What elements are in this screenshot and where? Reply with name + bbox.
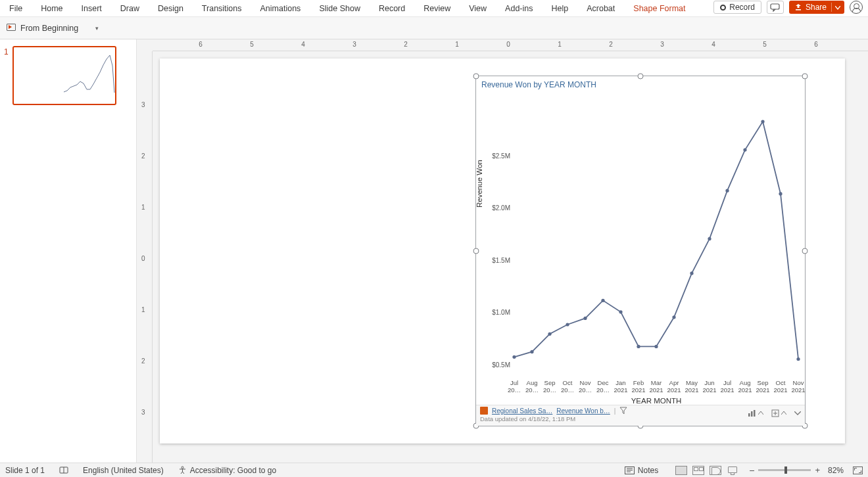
zoom-in-button[interactable]: + <box>815 465 820 475</box>
ribbon-tab-shape-format[interactable]: Shape Format <box>633 4 685 13</box>
svg-text:2021: 2021 <box>756 386 769 394</box>
zoom-out-button[interactable]: − <box>749 465 754 476</box>
zoom-slider[interactable] <box>758 469 811 471</box>
share-icon <box>794 3 802 11</box>
svg-point-18 <box>708 237 711 240</box>
chart-plot: $0.5M$1.0M$1.5M$2.0M$2.5MJul20…Aug20…Sep… <box>476 91 806 407</box>
svg-text:20…: 20… <box>596 386 610 394</box>
ribbon-tab-home[interactable]: Home <box>41 4 62 13</box>
svg-point-21 <box>761 120 764 123</box>
svg-text:2021: 2021 <box>773 386 787 394</box>
svg-point-9 <box>548 332 551 336</box>
svg-text:20…: 20… <box>543 386 556 394</box>
ribbon-tab-draw[interactable]: Draw <box>120 4 139 13</box>
svg-point-13 <box>619 310 622 313</box>
thumbnail-panel: 1 <box>0 39 137 463</box>
share-caret[interactable] <box>831 3 840 12</box>
svg-text:2021: 2021 <box>791 386 805 394</box>
share-button[interactable]: Share <box>789 1 844 14</box>
dataset-link[interactable]: Regional Sales Sa… <box>492 407 552 415</box>
normal-view-button[interactable] <box>675 466 687 475</box>
svg-text:Oct: Oct <box>776 379 786 386</box>
svg-text:Jun: Jun <box>704 379 714 386</box>
svg-point-10 <box>566 323 569 326</box>
resize-handle[interactable] <box>638 74 644 80</box>
resize-handle[interactable] <box>473 74 479 80</box>
ribbon-tab-design[interactable]: Design <box>158 4 183 13</box>
powerbi-icon <box>480 407 488 415</box>
ribbon-tab-acrobat[interactable]: Acrobat <box>587 4 615 13</box>
zoom-value[interactable]: 82% <box>828 466 844 475</box>
svg-point-14 <box>637 345 640 348</box>
svg-point-17 <box>690 271 693 275</box>
book-icon <box>59 466 68 475</box>
add-button[interactable] <box>771 409 786 417</box>
ribbon: FileHomeInsertDrawDesignTransitionsAnima… <box>0 0 868 17</box>
svg-text:Mar: Mar <box>651 379 662 386</box>
resize-handle[interactable] <box>473 248 479 254</box>
ribbon-tab-slide-show[interactable]: Slide Show <box>319 4 360 13</box>
accessibility-button[interactable]: Accessibility: Good to go <box>178 466 276 475</box>
svg-rect-60 <box>751 411 753 417</box>
ribbon-tab-view[interactable]: View <box>469 4 487 13</box>
qat-dropdown[interactable]: ▾ <box>95 25 99 32</box>
chart-type-button[interactable] <box>748 409 763 417</box>
spellcheck-button[interactable] <box>59 466 68 475</box>
svg-text:$1.0M: $1.0M <box>492 309 510 316</box>
ribbon-tab-transitions[interactable]: Transitions <box>202 4 242 13</box>
fit-to-window-button[interactable] <box>853 466 863 474</box>
svg-rect-1 <box>796 9 801 11</box>
svg-point-15 <box>654 345 658 348</box>
svg-text:2021: 2021 <box>667 386 681 394</box>
workspace: 1 Revenue Won by YEAR MONTH $0.5M <box>0 39 868 463</box>
filter-icon[interactable] <box>619 407 627 415</box>
svg-text:Jul: Jul <box>510 379 518 386</box>
notes-button[interactable]: Notes <box>625 466 658 475</box>
svg-rect-59 <box>748 413 750 417</box>
resize-handle[interactable] <box>802 74 808 80</box>
svg-text:May: May <box>686 379 698 386</box>
ribbon-tab-review[interactable]: Review <box>423 4 450 13</box>
svg-text:Jan: Jan <box>615 379 625 386</box>
slide-thumbnail-1[interactable] <box>12 46 116 105</box>
svg-text:2021: 2021 <box>685 386 698 394</box>
svg-text:2021: 2021 <box>649 386 663 394</box>
svg-text:Dec: Dec <box>598 379 609 386</box>
svg-point-16 <box>672 315 675 319</box>
chart-object[interactable]: Revenue Won by YEAR MONTH $0.5M$1.0M$1.5… <box>475 76 806 426</box>
ribbon-tab-add-ins[interactable]: Add-ins <box>505 4 533 13</box>
svg-point-8 <box>530 350 533 353</box>
svg-text:Apr: Apr <box>669 379 679 386</box>
ribbon-tab-record[interactable]: Record <box>379 4 405 13</box>
account-icon[interactable] <box>850 1 863 14</box>
language-button[interactable]: English (United States) <box>83 466 164 475</box>
visual-link[interactable]: Revenue Won b… <box>556 407 610 415</box>
ribbon-tab-insert[interactable]: Insert <box>82 4 102 13</box>
slideshow-view-button[interactable] <box>727 466 738 475</box>
svg-point-12 <box>601 299 604 302</box>
record-button[interactable]: Record <box>713 1 761 14</box>
ribbon-tab-file[interactable]: File <box>9 4 22 13</box>
zoom-control: − + 82% <box>749 465 863 476</box>
reading-view-button[interactable] <box>710 466 721 475</box>
svg-text:Jul: Jul <box>723 379 731 386</box>
resize-handle[interactable] <box>802 248 808 254</box>
from-beginning-button[interactable]: From Beginning <box>7 24 78 33</box>
svg-text:20…: 20… <box>525 386 539 394</box>
svg-text:2021: 2021 <box>720 386 734 394</box>
slide-counter[interactable]: Slide 1 of 1 <box>5 466 45 475</box>
slide-sorter-button[interactable] <box>692 466 704 475</box>
quick-access-toolbar: From Beginning ▾ <box>0 17 868 39</box>
svg-text:20…: 20… <box>579 386 592 394</box>
svg-text:20…: 20… <box>561 386 574 394</box>
comments-button[interactable] <box>767 1 784 14</box>
slide-canvas[interactable]: Revenue Won by YEAR MONTH $0.5M$1.0M$1.5… <box>137 39 868 463</box>
ribbon-tab-animations[interactable]: Animations <box>260 4 301 13</box>
more-button[interactable] <box>794 409 801 417</box>
svg-text:Sep: Sep <box>544 379 556 386</box>
ribbon-tab-help[interactable]: Help <box>551 4 568 13</box>
record-label: Record <box>729 3 755 12</box>
svg-text:2021: 2021 <box>631 386 645 394</box>
svg-point-65 <box>181 466 183 468</box>
svg-text:2021: 2021 <box>702 386 716 394</box>
